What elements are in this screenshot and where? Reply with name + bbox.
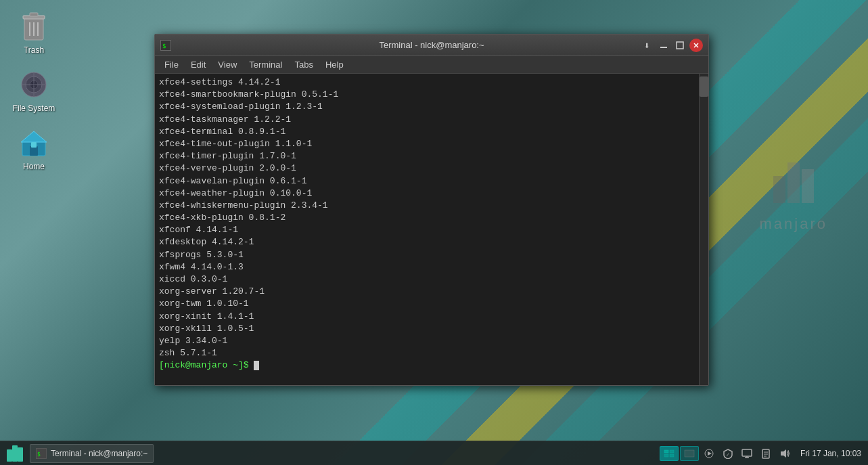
terminal-line: xfce4-settings 4.14.2-1 xyxy=(159,76,695,89)
workspace-2-icon xyxy=(684,449,695,458)
home-label: Home xyxy=(23,162,45,171)
minimize-icon xyxy=(659,41,668,50)
terminal-maximize-button[interactable] xyxy=(673,39,687,52)
svg-rect-27 xyxy=(12,445,18,462)
terminal-text-area[interactable]: xfce4-settings 4.14.2-1 xfce4-smartbookm… xyxy=(155,74,699,385)
terminal-line: xorg-twm 1.0.10-1 xyxy=(159,298,695,310)
svg-rect-23 xyxy=(677,42,683,49)
svg-rect-15 xyxy=(31,142,37,148)
terminal-close-button[interactable] xyxy=(689,39,703,52)
terminal-line: zsh 5.7.1-1 xyxy=(159,347,695,359)
volume-icon-svg xyxy=(779,448,790,459)
terminal-btn-extra-icon: ⬇ xyxy=(643,41,652,50)
desktop-icon-filesystem[interactable]: File System xyxy=(7,65,61,116)
display-icon-svg xyxy=(741,448,752,459)
svg-rect-28 xyxy=(18,447,23,462)
terminal-title-left: $ xyxy=(160,40,171,51)
menu-view[interactable]: View xyxy=(212,58,242,71)
terminal-cursor xyxy=(254,361,259,370)
taskbar-window-label: Terminal - nick@manjaro:~ xyxy=(51,449,147,458)
svg-marker-46 xyxy=(781,449,786,458)
terminal-line: xfce4-time-out-plugin 1.1.0-1 xyxy=(159,138,695,150)
desktop-icon-home[interactable]: Home xyxy=(7,123,61,175)
tray-datetime[interactable]: Fri 17 Jan, 10:03 xyxy=(796,449,865,458)
svg-rect-26 xyxy=(7,449,12,462)
svg-text:$: $ xyxy=(37,451,41,458)
terminal-line: xfce4-verve-plugin 2.0.0-1 xyxy=(159,162,695,175)
taskbar-terminal-icon: $ xyxy=(36,448,47,459)
tray-clipboard-icon[interactable] xyxy=(758,446,773,461)
workspace-1-icon xyxy=(664,449,675,458)
terminal-line: xfce4-timer-plugin 1.7.0-1 xyxy=(159,150,695,162)
menu-terminal[interactable]: Terminal xyxy=(244,58,288,71)
taskbar-terminal-button[interactable]: $ Terminal - nick@manjaro:~ xyxy=(30,444,154,463)
workspace-btn-1[interactable] xyxy=(660,446,679,461)
svg-text:⬇: ⬇ xyxy=(644,42,649,49)
terminal-line: xiccd 0.3.0-1 xyxy=(159,273,695,286)
terminal-line: xfconf 4.14.1-1 xyxy=(159,224,695,236)
terminal-line: xfce4-wavelan-plugin 0.6.1-1 xyxy=(159,175,695,187)
manjaro-logo-svg xyxy=(767,156,821,210)
terminal-line: xfdesktop 4.14.2-1 xyxy=(159,236,695,248)
svg-rect-2 xyxy=(30,13,38,16)
terminal-prompt: [nick@manjaro ~]$ xyxy=(159,360,254,370)
terminal-line: xfce4-whiskermenu-plugin 2.3.4-1 xyxy=(159,200,695,212)
clipboard-icon-svg xyxy=(760,448,771,459)
terminal-line: xfwm4 4.14.0-1.3 xyxy=(159,261,695,273)
trash-icon xyxy=(20,10,47,43)
filesystem-icon xyxy=(20,71,47,98)
taskbar-terminal-icon-svg: $ xyxy=(37,449,46,458)
svg-rect-14 xyxy=(30,146,38,156)
svg-rect-39 xyxy=(742,449,752,456)
svg-marker-37 xyxy=(708,451,712,456)
desktop-icons: Trash File System xyxy=(0,0,68,181)
terminal-line: xfce4-xkb-plugin 0.8.1-2 xyxy=(159,212,695,224)
svg-rect-35 xyxy=(685,450,694,457)
workspace-buttons xyxy=(660,446,699,461)
terminal-line: xfce4-smartbookmark-plugin 0.5.1-1 xyxy=(159,89,695,101)
close-icon xyxy=(693,42,700,49)
filesystem-icon-image xyxy=(18,68,50,101)
svg-rect-34 xyxy=(670,454,674,457)
security-icon-svg: ✓ xyxy=(723,448,733,459)
svg-text:✓: ✓ xyxy=(726,452,730,457)
terminal-menubar: File Edit View Terminal Tabs Help xyxy=(155,56,708,74)
trash-label: Trash xyxy=(24,45,44,55)
tray-display-icon[interactable] xyxy=(739,446,754,461)
filesystem-label: File System xyxy=(13,104,55,113)
svg-text:$: $ xyxy=(162,43,166,49)
taskbar-start-button[interactable] xyxy=(3,443,27,464)
menu-file[interactable]: File xyxy=(159,58,184,71)
manjaro-start-icon xyxy=(5,444,24,463)
home-icon xyxy=(20,129,48,157)
terminal-line: xfce4-terminal 0.8.9.1-1 xyxy=(159,126,695,138)
manjaro-watermark-text: manjaro xyxy=(760,215,827,233)
scrollbar-thumb[interactable] xyxy=(700,76,708,97)
menu-edit[interactable]: Edit xyxy=(185,58,211,71)
menu-help[interactable]: Help xyxy=(320,58,349,71)
terminal-scrollbar[interactable] xyxy=(699,74,708,385)
tray-volume-icon[interactable] xyxy=(777,446,792,461)
menu-tabs[interactable]: Tabs xyxy=(289,58,318,71)
svg-rect-16 xyxy=(773,176,785,203)
svg-marker-13 xyxy=(21,131,47,142)
maximize-icon xyxy=(675,41,685,50)
taskbar-tray: ✓ xyxy=(702,446,865,461)
tray-security-icon[interactable]: ✓ xyxy=(721,446,735,461)
svg-rect-18 xyxy=(802,169,814,203)
terminal-line: xorg-server 1.20.7-1 xyxy=(159,286,695,298)
svg-rect-31 xyxy=(664,450,668,453)
terminal-line: xorg-xinit 1.4.1-1 xyxy=(159,311,695,323)
terminal-btn-extra[interactable]: ⬇ xyxy=(641,39,654,52)
workspace-btn-2[interactable] xyxy=(680,446,699,461)
home-icon-image xyxy=(18,127,50,159)
desktop-icon-trash[interactable]: Trash xyxy=(7,7,61,58)
desktop: Trash File System xyxy=(0,0,868,465)
terminal-controls: ⬇ xyxy=(641,39,703,52)
terminal-titlebar: $ Terminal - nick@manjaro:~ ⬇ xyxy=(155,35,708,56)
terminal-minimize-button[interactable] xyxy=(657,39,670,52)
terminal-prompt-line: [nick@manjaro ~]$ xyxy=(159,359,695,372)
svg-rect-32 xyxy=(670,450,674,453)
terminal-content[interactable]: xfce4-settings 4.14.2-1 xfce4-smartbookm… xyxy=(155,74,708,385)
tray-media-icon[interactable] xyxy=(702,446,716,461)
